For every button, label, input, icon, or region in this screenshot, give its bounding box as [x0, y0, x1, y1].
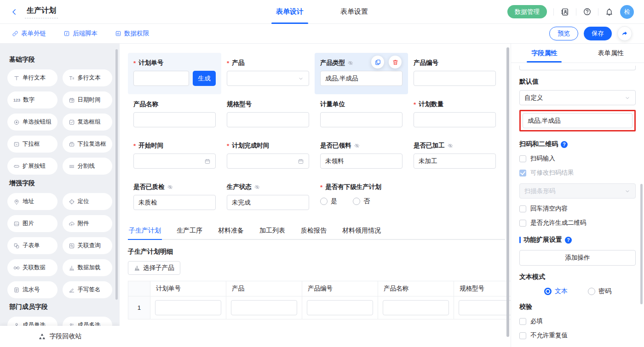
field-type-single-line-text[interactable]: 单行文本 — [7, 69, 58, 86]
tab-form-properties[interactable]: 表单属性 — [578, 44, 644, 63]
sidebar-scrollbar[interactable] — [115, 49, 118, 300]
delete-field-button[interactable] — [389, 56, 402, 68]
product-name-input[interactable] — [133, 112, 216, 127]
default-value-input[interactable]: 成品,半成品 — [523, 113, 632, 128]
plan-number-input[interactable] — [133, 71, 189, 86]
field-type-address[interactable]: 地址 — [7, 193, 58, 210]
tab-sub-production-plan[interactable]: 子生产计划 — [128, 224, 162, 239]
no-duplicate-checkbox[interactable]: 不允许重复值 — [519, 331, 636, 340]
field-product[interactable]: *产品 — [221, 53, 315, 94]
required-checkbox[interactable]: 必填 — [519, 317, 636, 325]
field-type-number[interactable]: 123数字 — [7, 91, 58, 108]
field-type-subform[interactable]: 子表单 — [7, 237, 58, 254]
help-icon[interactable] — [583, 7, 592, 16]
text-mode-text-radio[interactable]: 文本 — [544, 287, 568, 296]
field-material-picked[interactable]: 是否已领料 未领料 — [315, 136, 408, 177]
table-row: 1 — [128, 296, 511, 319]
default-value-mode-select[interactable]: 自定义 — [519, 90, 636, 105]
start-time-datepicker[interactable] — [133, 154, 216, 169]
cell-input[interactable] — [155, 300, 221, 315]
field-plan-quantity[interactable]: *计划数量 — [408, 94, 501, 136]
spec-model-input[interactable] — [227, 112, 309, 127]
preview-button[interactable]: 预览 — [549, 27, 578, 40]
canvas-scrollbar[interactable] — [506, 47, 509, 337]
field-type-checkbox-group[interactable]: 复选框组 — [63, 114, 113, 131]
share-button[interactable] — [617, 26, 632, 41]
tab-processing-list[interactable]: 加工列表 — [259, 224, 286, 239]
help-icon[interactable]: ? — [565, 237, 572, 244]
finish-time-datepicker[interactable] — [227, 154, 309, 169]
copy-field-button[interactable] — [371, 56, 384, 68]
field-type-radio-group[interactable]: 单选按钮组 — [7, 114, 58, 131]
contacts-book-icon[interactable] — [560, 7, 569, 17]
field-quality-checked[interactable]: 是否已质检 未质检 — [128, 177, 221, 218]
field-type-divider[interactable]: 分割线 — [63, 158, 113, 175]
tab-production-process[interactable]: 生产工序 — [176, 224, 203, 239]
field-product-type-selected[interactable]: 产品类型 成品,半成品 — [315, 53, 408, 94]
field-unit[interactable]: 计量单位 — [315, 94, 408, 136]
notification-bell-icon[interactable] — [605, 7, 614, 16]
field-type-serial-number[interactable]: 流水号 — [7, 281, 58, 298]
field-processed[interactable]: 是否已加工 未加工 — [408, 136, 501, 177]
field-type-datetime[interactable]: 日期时间 — [63, 91, 113, 108]
allow-qrcode-checkbox[interactable]: 是否允许生成二维码 — [519, 219, 636, 227]
material-picked-input[interactable]: 未领料 — [320, 154, 402, 169]
radio-no[interactable]: 否 — [353, 197, 370, 205]
production-status-input[interactable]: 未完成 — [227, 195, 309, 210]
scan-input-checkbox[interactable]: 扫码输入 — [519, 154, 636, 163]
field-type-multi-line-text[interactable]: 多行文本 — [63, 69, 113, 86]
field-production-status[interactable]: 生产状态 未完成 — [221, 177, 315, 218]
field-type-extend-button[interactable]: 扩展按钮 — [7, 158, 58, 175]
cell-input[interactable] — [307, 300, 373, 315]
field-start-time[interactable]: *开始时间 — [128, 136, 221, 177]
cell-input[interactable] — [383, 300, 449, 315]
field-type-data-load[interactable]: 数据加载 — [63, 259, 113, 276]
field-type-select[interactable]: 下拉框 — [7, 136, 58, 153]
field-type-image[interactable]: 图片 — [7, 215, 58, 232]
select-sub-product-button[interactable]: 选择子产品 — [128, 261, 180, 275]
panel-scrollbar[interactable] — [640, 184, 643, 304]
tab-material-preparation[interactable]: 材料准备 — [217, 224, 245, 239]
tab-field-properties[interactable]: 字段属性 — [511, 44, 578, 63]
cell-input[interactable] — [231, 300, 297, 315]
field-type-relation-query[interactable]: 关联查询 — [63, 237, 113, 254]
radio-yes[interactable]: 是 — [320, 197, 337, 205]
product-select[interactable] — [227, 71, 309, 86]
help-icon[interactable]: ? — [561, 141, 568, 148]
field-product-name[interactable]: 产品名称 — [128, 94, 221, 136]
cell-input[interactable] — [459, 300, 511, 315]
tab-material-usage[interactable]: 材料领用情况 — [341, 224, 382, 239]
field-spec-model[interactable]: 规格型号 — [221, 94, 315, 136]
data-manage-button[interactable]: 数据管理 — [507, 5, 547, 18]
field-has-sub-plan[interactable]: *是否有下级生产计划 是 否 — [315, 177, 501, 218]
text-mode-password-radio[interactable]: 密码 — [588, 287, 611, 296]
backend-script-link[interactable]: 后端脚本 — [63, 29, 98, 38]
enter-clear-checkbox[interactable]: 回车清空内容 — [519, 205, 636, 213]
radio-circle — [353, 198, 360, 205]
field-type-location[interactable]: 定位 — [63, 193, 113, 210]
field-type-relation-data[interactable]: 关联数据 — [7, 259, 58, 276]
field-plan-number[interactable]: *计划单号 生成 — [128, 53, 221, 94]
data-permission-link[interactable]: 数据权限 — [115, 29, 149, 38]
avatar[interactable]: 检 — [620, 5, 634, 19]
field-type-signature[interactable]: 手写签名 — [63, 281, 113, 298]
processed-input[interactable]: 未加工 — [414, 154, 496, 169]
generate-button[interactable]: 生成 — [193, 71, 216, 86]
unit-input[interactable] — [320, 112, 402, 127]
tab-quality-report[interactable]: 质检报告 — [300, 224, 328, 239]
field-plan-finish-time[interactable]: *计划完成时间 — [221, 136, 315, 177]
field-product-code[interactable]: 产品编号 — [408, 53, 501, 94]
back-button[interactable] — [10, 8, 18, 16]
add-action-button[interactable]: 添加操作 — [519, 250, 636, 266]
tab-form-design[interactable]: 表单设计 — [271, 0, 308, 24]
save-button[interactable]: 保存 — [584, 27, 612, 40]
product-code-input[interactable] — [414, 71, 496, 86]
plan-quantity-input[interactable] — [414, 112, 496, 127]
field-type-multi-select[interactable]: 下拉复选框 — [63, 136, 113, 153]
tab-form-settings[interactable]: 表单设置 — [336, 0, 373, 24]
quality-checked-input[interactable]: 未质检 — [133, 195, 216, 210]
field-recycle-bin[interactable]: 字段回收站 — [0, 326, 120, 347]
form-external-link[interactable]: 表单外链 — [12, 29, 46, 38]
field-type-attachment[interactable]: 附件 — [63, 215, 113, 232]
product-type-input[interactable]: 成品,半成品 — [320, 71, 402, 86]
